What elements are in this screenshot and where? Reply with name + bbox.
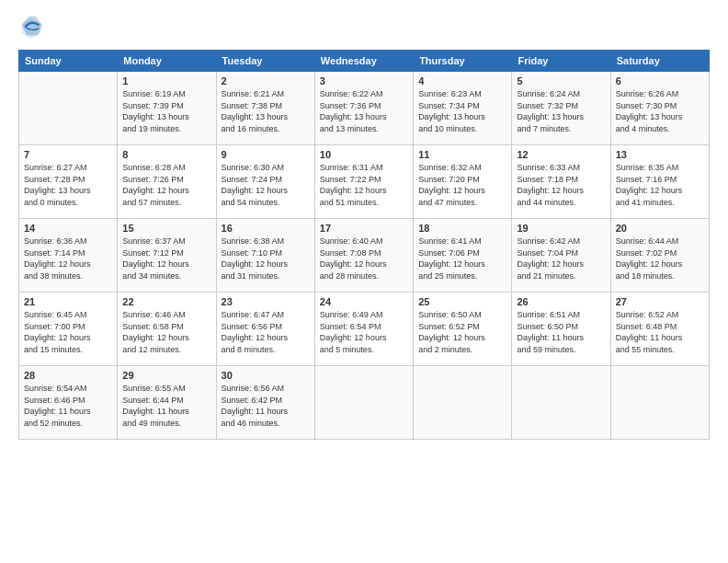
day-info: Sunrise: 6:42 AM Sunset: 7:04 PM Dayligh… xyxy=(517,236,605,282)
logo xyxy=(18,15,48,40)
week-row-1: 1Sunrise: 6:19 AM Sunset: 7:39 PM Daylig… xyxy=(19,72,710,145)
day-number: 1 xyxy=(122,75,210,86)
day-number: 6 xyxy=(616,75,704,86)
day-cell: 27Sunrise: 6:52 AM Sunset: 6:48 PM Dayli… xyxy=(610,293,709,366)
day-number: 5 xyxy=(517,75,605,86)
day-info: Sunrise: 6:47 AM Sunset: 6:56 PM Dayligh… xyxy=(222,309,310,355)
day-cell: 1Sunrise: 6:19 AM Sunset: 7:39 PM Daylig… xyxy=(118,72,216,145)
day-cell: 16Sunrise: 6:38 AM Sunset: 7:10 PM Dayli… xyxy=(216,219,314,293)
calendar-table: SundayMondayTuesdayWednesdayThursdayFrid… xyxy=(18,50,710,440)
day-number: 15 xyxy=(122,223,210,234)
day-cell: 30Sunrise: 6:56 AM Sunset: 6:42 PM Dayli… xyxy=(216,366,314,440)
day-cell: 17Sunrise: 6:40 AM Sunset: 7:08 PM Dayli… xyxy=(314,219,413,293)
day-info: Sunrise: 6:37 AM Sunset: 7:12 PM Dayligh… xyxy=(122,236,210,282)
day-number: 23 xyxy=(222,296,310,307)
day-cell: 19Sunrise: 6:42 AM Sunset: 7:04 PM Dayli… xyxy=(512,219,610,293)
day-info: Sunrise: 6:19 AM Sunset: 7:39 PM Dayligh… xyxy=(122,88,210,134)
column-header-sunday: Sunday xyxy=(19,51,118,72)
week-row-2: 7Sunrise: 6:27 AM Sunset: 7:28 PM Daylig… xyxy=(19,145,710,219)
header-row: SundayMondayTuesdayWednesdayThursdayFrid… xyxy=(19,51,710,72)
day-number: 21 xyxy=(24,296,112,307)
day-cell: 15Sunrise: 6:37 AM Sunset: 7:12 PM Dayli… xyxy=(118,219,216,293)
day-info: Sunrise: 6:26 AM Sunset: 7:30 PM Dayligh… xyxy=(616,88,704,134)
day-cell: 2Sunrise: 6:21 AM Sunset: 7:38 PM Daylig… xyxy=(216,72,314,145)
day-number: 12 xyxy=(517,149,605,160)
day-number: 8 xyxy=(122,149,210,160)
day-cell: 5Sunrise: 6:24 AM Sunset: 7:32 PM Daylig… xyxy=(512,72,610,145)
day-cell: 22Sunrise: 6:46 AM Sunset: 6:58 PM Dayli… xyxy=(118,293,216,366)
day-number: 26 xyxy=(517,296,605,307)
day-info: Sunrise: 6:32 AM Sunset: 7:20 PM Dayligh… xyxy=(418,162,506,208)
day-cell: 29Sunrise: 6:55 AM Sunset: 6:44 PM Dayli… xyxy=(118,366,216,440)
day-number: 4 xyxy=(418,75,506,86)
day-info: Sunrise: 6:51 AM Sunset: 6:50 PM Dayligh… xyxy=(517,309,605,355)
day-number: 9 xyxy=(222,149,310,160)
column-header-tuesday: Tuesday xyxy=(216,51,314,72)
day-cell: 3Sunrise: 6:22 AM Sunset: 7:36 PM Daylig… xyxy=(314,72,413,145)
day-info: Sunrise: 6:22 AM Sunset: 7:36 PM Dayligh… xyxy=(320,88,408,134)
day-info: Sunrise: 6:31 AM Sunset: 7:22 PM Dayligh… xyxy=(320,162,408,208)
day-cell: 26Sunrise: 6:51 AM Sunset: 6:50 PM Dayli… xyxy=(512,293,610,366)
day-info: Sunrise: 6:52 AM Sunset: 6:48 PM Dayligh… xyxy=(616,309,704,355)
day-cell: 20Sunrise: 6:44 AM Sunset: 7:02 PM Dayli… xyxy=(610,219,709,293)
day-info: Sunrise: 6:33 AM Sunset: 7:18 PM Dayligh… xyxy=(517,162,605,208)
day-info: Sunrise: 6:55 AM Sunset: 6:44 PM Dayligh… xyxy=(122,383,210,429)
day-number: 20 xyxy=(616,223,704,234)
day-cell: 23Sunrise: 6:47 AM Sunset: 6:56 PM Dayli… xyxy=(216,293,314,366)
header xyxy=(18,15,710,40)
day-info: Sunrise: 6:28 AM Sunset: 7:26 PM Dayligh… xyxy=(122,162,210,208)
day-cell: 8Sunrise: 6:28 AM Sunset: 7:26 PM Daylig… xyxy=(118,145,216,219)
day-info: Sunrise: 6:54 AM Sunset: 6:46 PM Dayligh… xyxy=(24,383,112,429)
day-info: Sunrise: 6:44 AM Sunset: 7:02 PM Dayligh… xyxy=(616,236,704,282)
day-info: Sunrise: 6:46 AM Sunset: 6:58 PM Dayligh… xyxy=(122,309,210,355)
day-cell: 18Sunrise: 6:41 AM Sunset: 7:06 PM Dayli… xyxy=(414,219,512,293)
day-cell: 21Sunrise: 6:45 AM Sunset: 7:00 PM Dayli… xyxy=(19,293,118,366)
day-number: 17 xyxy=(320,223,408,234)
calendar-page: SundayMondayTuesdayWednesdayThursdayFrid… xyxy=(0,0,728,563)
day-cell: 10Sunrise: 6:31 AM Sunset: 7:22 PM Dayli… xyxy=(314,145,413,219)
day-number: 3 xyxy=(320,75,408,86)
calendar-body: 1Sunrise: 6:19 AM Sunset: 7:39 PM Daylig… xyxy=(19,72,710,440)
day-info: Sunrise: 6:40 AM Sunset: 7:08 PM Dayligh… xyxy=(320,236,408,282)
day-cell: 7Sunrise: 6:27 AM Sunset: 7:28 PM Daylig… xyxy=(19,145,118,219)
day-info: Sunrise: 6:23 AM Sunset: 7:34 PM Dayligh… xyxy=(418,88,506,134)
week-row-4: 21Sunrise: 6:45 AM Sunset: 7:00 PM Dayli… xyxy=(19,293,710,366)
day-info: Sunrise: 6:21 AM Sunset: 7:38 PM Dayligh… xyxy=(222,88,310,134)
day-info: Sunrise: 6:56 AM Sunset: 6:42 PM Dayligh… xyxy=(222,383,310,429)
day-info: Sunrise: 6:36 AM Sunset: 7:14 PM Dayligh… xyxy=(24,236,112,282)
day-info: Sunrise: 6:38 AM Sunset: 7:10 PM Dayligh… xyxy=(222,236,310,282)
day-number: 16 xyxy=(222,223,310,234)
day-info: Sunrise: 6:49 AM Sunset: 6:54 PM Dayligh… xyxy=(320,309,408,355)
day-number: 29 xyxy=(122,370,210,381)
day-number: 2 xyxy=(222,75,310,86)
day-info: Sunrise: 6:30 AM Sunset: 7:24 PM Dayligh… xyxy=(222,162,310,208)
day-number: 22 xyxy=(122,296,210,307)
day-number: 14 xyxy=(24,223,112,234)
day-number: 18 xyxy=(418,223,506,234)
day-number: 11 xyxy=(418,149,506,160)
day-cell xyxy=(512,366,610,440)
calendar-header: SundayMondayTuesdayWednesdayThursdayFrid… xyxy=(19,51,710,72)
day-cell xyxy=(314,366,413,440)
day-number: 30 xyxy=(222,370,310,381)
day-cell: 25Sunrise: 6:50 AM Sunset: 6:52 PM Dayli… xyxy=(414,293,512,366)
day-number: 13 xyxy=(616,149,704,160)
day-cell: 24Sunrise: 6:49 AM Sunset: 6:54 PM Dayli… xyxy=(314,293,413,366)
day-cell: 9Sunrise: 6:30 AM Sunset: 7:24 PM Daylig… xyxy=(216,145,314,219)
week-row-3: 14Sunrise: 6:36 AM Sunset: 7:14 PM Dayli… xyxy=(19,219,710,293)
column-header-friday: Friday xyxy=(512,51,610,72)
day-number: 19 xyxy=(517,223,605,234)
day-cell: 12Sunrise: 6:33 AM Sunset: 7:18 PM Dayli… xyxy=(512,145,610,219)
day-info: Sunrise: 6:27 AM Sunset: 7:28 PM Dayligh… xyxy=(24,162,112,208)
day-cell: 13Sunrise: 6:35 AM Sunset: 7:16 PM Dayli… xyxy=(610,145,709,219)
day-info: Sunrise: 6:41 AM Sunset: 7:06 PM Dayligh… xyxy=(418,236,506,282)
day-number: 10 xyxy=(320,149,408,160)
column-header-monday: Monday xyxy=(118,51,216,72)
day-number: 7 xyxy=(24,149,112,160)
day-number: 28 xyxy=(24,370,112,381)
column-header-saturday: Saturday xyxy=(610,51,709,72)
day-cell: 28Sunrise: 6:54 AM Sunset: 6:46 PM Dayli… xyxy=(19,366,118,440)
day-cell xyxy=(610,366,709,440)
day-info: Sunrise: 6:35 AM Sunset: 7:16 PM Dayligh… xyxy=(616,162,704,208)
week-row-5: 28Sunrise: 6:54 AM Sunset: 6:46 PM Dayli… xyxy=(19,366,710,440)
